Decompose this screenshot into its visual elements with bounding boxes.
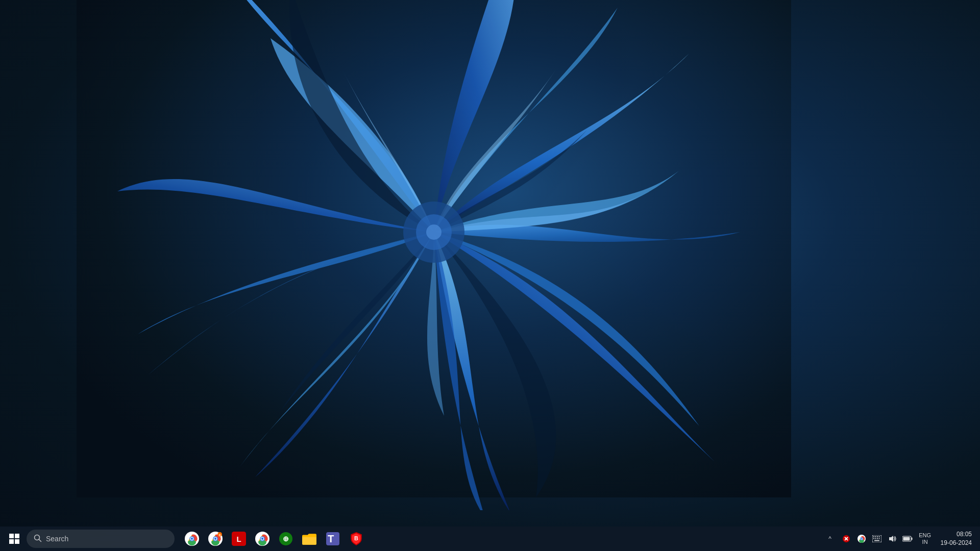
svg-rect-35 [879, 536, 880, 537]
svg-point-9 [191, 538, 193, 540]
svg-rect-39 [879, 538, 880, 539]
taskbar-app-chrome2[interactable] [251, 528, 274, 550]
chrome2-icon [255, 532, 270, 546]
search-bar[interactable]: Search [27, 530, 175, 548]
svg-rect-32 [873, 536, 874, 537]
svg-rect-37 [875, 538, 876, 539]
desktop: Search [0, 0, 980, 551]
folder-icon [302, 532, 316, 546]
svg-text:T: T [328, 533, 334, 544]
clock-date: 19-06-2024 [941, 539, 972, 547]
system-tray: ^ [823, 530, 976, 548]
close-red-icon [842, 535, 850, 543]
wallpaper [0, 0, 980, 551]
tray-icon-battery[interactable] [900, 530, 915, 548]
start-button[interactable] [4, 529, 24, 549]
svg-line-5 [39, 539, 41, 541]
teams-icon: T [326, 532, 339, 545]
svg-point-30 [861, 538, 863, 540]
taskbar-apps: D L [181, 528, 368, 550]
svg-point-13 [214, 538, 216, 540]
keyboard-icon [872, 535, 881, 542]
svg-rect-43 [912, 538, 913, 540]
clock[interactable]: 08:05 19-06-2024 [935, 530, 976, 548]
taskbar-app-lastpass[interactable]: L [228, 528, 250, 550]
clock-time: 08:05 [957, 530, 972, 539]
shield-icon: B [350, 532, 363, 545]
taskbar-app-teams[interactable]: T [322, 528, 344, 550]
chrome-alt-icon: D [208, 532, 223, 546]
xbox-icon: ⊕ [279, 532, 292, 545]
svg-point-3 [426, 224, 442, 240]
tray-overflow-button[interactable]: ^ [823, 530, 837, 548]
svg-rect-33 [875, 536, 876, 537]
tray-icon-speaker[interactable] [885, 530, 899, 548]
tray-icon-keyboard[interactable] [870, 530, 884, 548]
svg-rect-44 [903, 537, 910, 541]
chrome-icon [185, 532, 199, 546]
lastpass-icon: L [232, 532, 246, 546]
windows-logo [9, 534, 19, 544]
chevron-up-icon: ^ [828, 535, 831, 542]
svg-text:L: L [236, 535, 241, 543]
svg-text:D: D [219, 534, 221, 537]
svg-marker-41 [889, 536, 893, 542]
speaker-icon [888, 535, 896, 543]
bloom-svg [77, 0, 791, 510]
search-icon [34, 534, 42, 544]
tray-icons [839, 530, 915, 548]
svg-text:B: B [354, 535, 358, 541]
language-region: IN [922, 539, 928, 545]
taskbar-app-chrome[interactable] [181, 528, 203, 550]
taskbar: Search [0, 527, 980, 551]
svg-point-21 [261, 538, 263, 540]
svg-rect-40 [874, 540, 879, 541]
taskbar-app-bitdefender[interactable]: B [345, 528, 368, 550]
taskbar-app-chrome-alt[interactable]: D [204, 528, 227, 550]
battery-icon [902, 536, 913, 542]
tray-icon-chrome[interactable] [854, 530, 869, 548]
search-label: Search [46, 535, 68, 543]
svg-rect-34 [877, 536, 878, 537]
chrome-tray-icon [857, 535, 866, 543]
tray-icon-close[interactable] [839, 530, 853, 548]
language-code: ENG [919, 532, 931, 539]
taskbar-app-explorer[interactable] [298, 528, 321, 550]
svg-rect-36 [873, 538, 874, 539]
language-indicator[interactable]: ENG IN [917, 530, 933, 548]
taskbar-app-xbox[interactable]: ⊕ [275, 528, 297, 550]
svg-rect-38 [877, 538, 878, 539]
